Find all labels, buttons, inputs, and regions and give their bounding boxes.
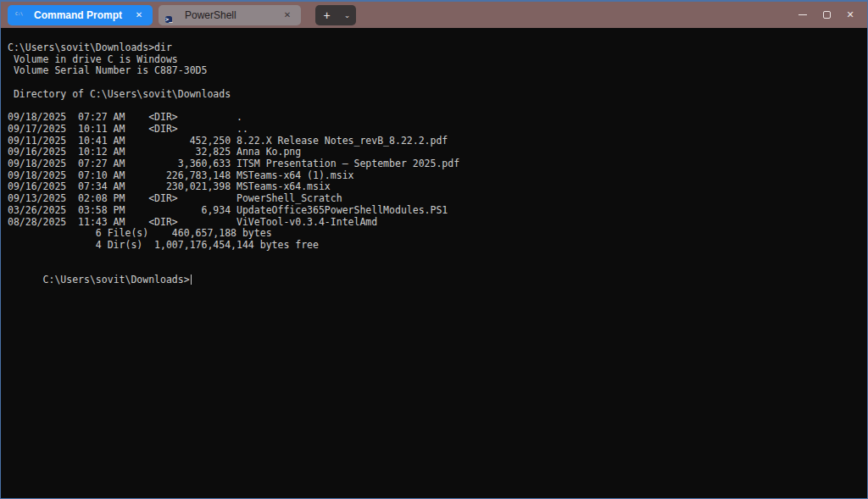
new-tab-button[interactable]: +: [315, 5, 338, 25]
terminal-body[interactable]: C:\Users\sovit\Downloads>dir Volume in d…: [1, 28, 867, 498]
terminal-window: Command Prompt ✕ >_ PowerShell ✕ + ⌄: [0, 0, 868, 499]
tab-command-prompt[interactable]: Command Prompt ✕: [8, 5, 153, 25]
new-tab-button-group: + ⌄: [315, 5, 356, 25]
close-button[interactable]: ✕: [838, 4, 862, 26]
prompt-text: C:\Users\sovit\Downloads>: [43, 274, 190, 286]
maximize-icon: [823, 11, 831, 19]
tab-powershell[interactable]: >_ PowerShell ✕: [159, 5, 301, 25]
tab-bar: Command Prompt ✕ >_ PowerShell ✕ + ⌄: [1, 2, 356, 28]
powershell-icon: >_: [165, 9, 177, 21]
minimize-button[interactable]: [791, 4, 815, 26]
terminal-output: C:\Users\sovit\Downloads>dir Volume in d…: [8, 42, 860, 252]
text-cursor: [191, 274, 192, 285]
maximize-button[interactable]: [815, 4, 838, 26]
command-prompt-icon: [14, 9, 26, 21]
tab-label: PowerShell: [185, 9, 281, 21]
tab-dropdown-button[interactable]: ⌄: [338, 5, 356, 25]
command-prompt-line: C:\Users\sovit\Downloads>: [8, 263, 860, 297]
tab-label: Command Prompt: [34, 9, 132, 21]
title-bar: Command Prompt ✕ >_ PowerShell ✕ + ⌄: [1, 2, 867, 28]
minimize-icon: [798, 14, 807, 15]
window-controls: ✕: [791, 2, 867, 28]
close-tab-icon[interactable]: ✕: [281, 8, 294, 22]
close-tab-icon[interactable]: ✕: [132, 8, 146, 22]
